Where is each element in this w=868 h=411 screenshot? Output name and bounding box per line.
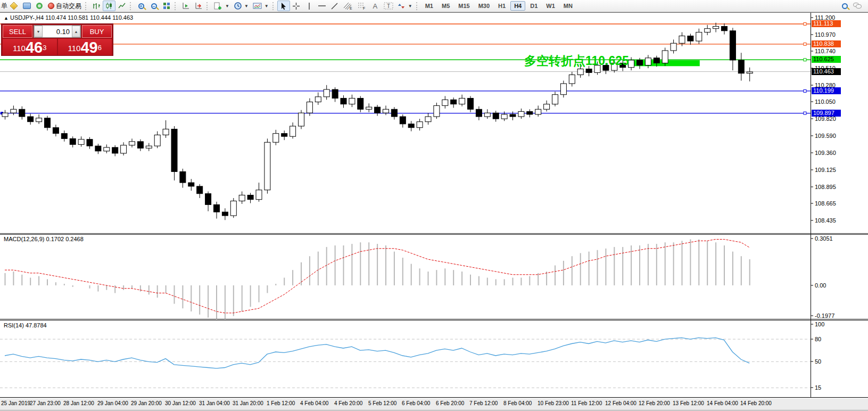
time-axis-label: 8 Feb 04:00 [503, 400, 532, 406]
signals-button[interactable] [33, 1, 46, 11]
axis-tick-label: -0.1977 [815, 313, 834, 319]
axis-tick-label: 110.050 [815, 98, 836, 105]
time-axis-label: 29 Jan 20:00 [131, 400, 162, 406]
autotrading-button[interactable]: 自动交易 [46, 1, 84, 11]
timeframe-h1-button[interactable]: H1 [494, 1, 509, 11]
axis-tick-label: 100 [815, 321, 824, 327]
timeframe-toolbar: M1M5M15M30H1H4D1W1MN [421, 1, 577, 11]
fibonacci-tool-button[interactable]: F [355, 1, 369, 11]
timeframe-mn-button[interactable]: MN [560, 1, 576, 11]
text-icon: A [373, 2, 377, 10]
zoom-out-icon: − [151, 3, 157, 9]
timeframe-m15-button[interactable]: M15 [454, 1, 473, 11]
buy-button[interactable]: BUY [82, 25, 112, 38]
metaeditor-button[interactable] [20, 1, 33, 11]
toolbar-grip [175, 2, 177, 10]
horizontal-line-icon [318, 3, 326, 9]
orders-menu-label[interactable]: 单 [1, 2, 7, 11]
line-chart-mode-button[interactable] [115, 1, 128, 11]
chevron-down-icon: ▼ [408, 4, 412, 9]
line-chart-icon [118, 2, 126, 10]
axis-tick-label: 15 [815, 384, 821, 391]
cursor-tool-button[interactable] [277, 1, 290, 11]
timeframe-m30-button[interactable]: M30 [475, 1, 493, 11]
timeframe-m5-button[interactable]: M5 [438, 1, 453, 11]
chat-button[interactable] [851, 1, 864, 11]
sell-price-pip: 3 [43, 39, 46, 57]
candlestick-icon [105, 2, 113, 10]
axis-tick-label: 110.740 [815, 48, 836, 54]
arrows-tool-button[interactable]: ▼ [395, 1, 415, 11]
time-axis-label: 27 Jan 23:00 [30, 400, 61, 406]
level-price-badge: 109.897 [812, 110, 841, 117]
vertical-line-tool-button[interactable] [303, 1, 316, 11]
level-price-badge: 110.625 [812, 56, 841, 63]
new-order-button[interactable] [7, 1, 20, 11]
autotrading-icon [48, 3, 54, 9]
zoom-out-button[interactable]: − [147, 1, 160, 11]
toolbar-grip [416, 2, 418, 10]
sell-button[interactable]: SELL [3, 25, 32, 38]
equidistant-channel-tool-button[interactable]: E [341, 1, 355, 11]
toolbar-grip [272, 2, 275, 10]
axis-tick-label: 108.665 [815, 200, 836, 207]
candlestick-mode-button[interactable] [103, 1, 115, 11]
templates-button[interactable]: ▼ [251, 1, 271, 11]
crosshair-tool-button[interactable] [290, 1, 303, 11]
text-tool-button[interactable]: A [369, 1, 382, 11]
time-axis-label: 1 Feb 12:00 [267, 400, 295, 406]
chat-icon [853, 3, 862, 9]
chart-title-text: USDJPY-,H4 110.474 110.581 110.444 110.4… [10, 14, 133, 21]
text-label-tool-button[interactable]: T [382, 1, 395, 11]
time-axis-label: 11 Feb 12:00 [571, 400, 602, 406]
axis-tick-label: 109.590 [815, 133, 836, 139]
chart-canvas[interactable] [0, 0, 868, 411]
timeframe-h4-button[interactable]: H4 [510, 1, 525, 11]
timeframe-d1-button[interactable]: D1 [526, 1, 541, 11]
auto-scroll-button[interactable] [179, 1, 192, 11]
signals-icon [36, 3, 43, 9]
order-diamond-icon [10, 2, 18, 10]
arrows-icon [398, 2, 406, 10]
bar-chart-mode-button[interactable] [90, 1, 103, 11]
chevron-down-icon: ▼ [244, 4, 249, 9]
time-axis-label: 31 Jan 20:00 [233, 400, 263, 406]
sell-price-prefix: 110 [13, 42, 26, 55]
timeframe-w1-button[interactable]: W1 [542, 1, 559, 11]
lot-size-input[interactable] [43, 26, 72, 37]
pivot-annotation: 多空转折点110.625 [524, 53, 629, 69]
rsi-indicator-label: RSI(14) 47.8784 [4, 322, 47, 328]
periods-button[interactable]: ▼ [232, 1, 251, 11]
chart-shift-button[interactable] [192, 1, 205, 11]
lot-down-button[interactable]: ▼ [34, 26, 43, 37]
buy-price-prefix: 110 [68, 42, 81, 55]
time-axis-label: 4 Feb 20:00 [334, 400, 362, 406]
trendline-tool-button[interactable] [328, 1, 341, 11]
toolbar-grip [130, 2, 132, 10]
new-chart-button[interactable]: ▼ [211, 1, 232, 11]
chart-title: ▲ USDJPY-,H4 110.474 110.581 110.444 110… [4, 14, 133, 21]
axis-tick-label: 108.895 [815, 184, 836, 190]
zoom-in-button[interactable]: + [135, 1, 147, 11]
equidistant-channel-icon: E [343, 2, 353, 10]
toolbar-grip [85, 2, 87, 10]
buy-price[interactable]: 110496 [58, 39, 112, 55]
collapse-marker-icon[interactable]: ▲ [4, 15, 9, 21]
sell-price[interactable]: 110463 [3, 39, 57, 55]
buy-price-main: 49 [80, 40, 97, 55]
horizontal-line-tool-button[interactable] [316, 1, 328, 11]
chevron-down-icon: ▼ [225, 4, 229, 9]
toolbar: 单 自动交易 + − [0, 0, 868, 12]
trendline-icon [330, 2, 338, 10]
text-label-icon: T [384, 2, 393, 10]
toolbar-grip [206, 2, 209, 10]
time-axis-label: 12 Feb 20:00 [639, 400, 670, 406]
lot-up-button[interactable]: ▲ [72, 26, 80, 37]
search-button[interactable] [838, 1, 851, 11]
timeframe-m1-button[interactable]: M1 [421, 1, 437, 11]
tile-windows-button[interactable] [160, 1, 173, 11]
macd-indicator-label: MACD(12,26,9) 0.1702 0.2468 [4, 236, 84, 242]
time-axis-label: 14 Feb 04:00 [707, 400, 738, 406]
axis-tick-label: 109.360 [815, 150, 836, 156]
auto-scroll-icon [181, 2, 190, 10]
